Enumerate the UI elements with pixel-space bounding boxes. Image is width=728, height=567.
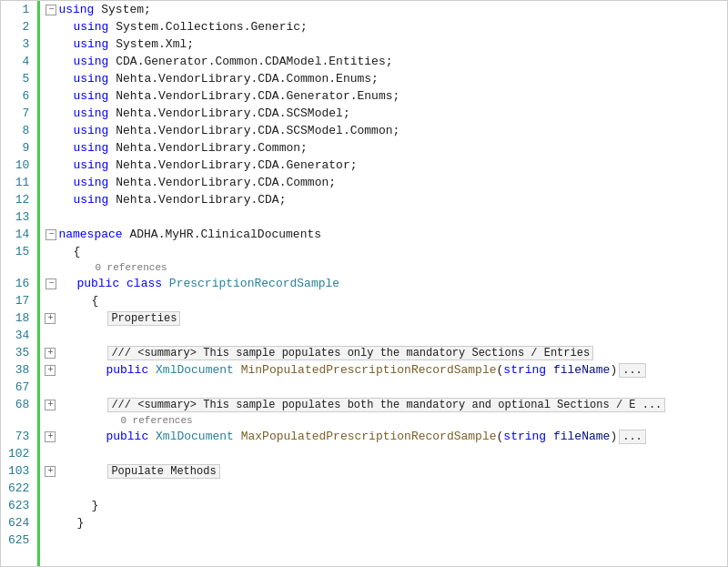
- expand-btn-38[interactable]: +: [45, 365, 56, 376]
- keyword-public-38: public: [106, 361, 148, 379]
- code-line-68: + /// <summary> This sample populates bo…: [40, 396, 727, 413]
- namespace-4: CDA.Generator.Common.CDAModel.Entities;: [116, 53, 392, 70]
- collapse-btn-1[interactable]: −: [46, 5, 56, 15]
- code-line-11: using Nehta.VendorLibrary.CDA.Common;: [40, 174, 727, 191]
- code-content: − using System; using System.Collections…: [40, 1, 727, 566]
- keyword-using-1: using: [58, 1, 94, 18]
- collapse-gutter-14[interactable]: −: [44, 229, 58, 240]
- code-line-622: [40, 480, 727, 497]
- collapsed-comment-2[interactable]: /// <summary> This sample populates both…: [107, 398, 665, 412]
- expand-btn-73[interactable]: +: [45, 431, 56, 442]
- collapsed-method-max[interactable]: ...: [619, 430, 646, 444]
- line-numbers: 1 2 3 4 5 6 7 8 9 10 11 12 13 14 15 16 1…: [1, 1, 37, 566]
- collapse-gutter-35[interactable]: +: [44, 348, 58, 359]
- method-max: MaxPopulatedPrescriptionRecordSample: [241, 428, 497, 445]
- collapse-gutter-103[interactable]: +: [44, 466, 58, 477]
- keyword-using-6: using: [73, 87, 108, 105]
- code-line-34: [40, 327, 727, 344]
- collapse-btn-16[interactable]: −: [46, 278, 56, 289]
- code-line-625: [40, 532, 727, 549]
- code-line-17: {: [40, 292, 727, 309]
- code-line-10: using Nehta.VendorLibrary.CDA.Generator;: [40, 157, 727, 174]
- expand-btn-103[interactable]: +: [45, 466, 56, 477]
- namespace-2: System.Collections.Generic;: [116, 18, 308, 35]
- code-line-6: using Nehta.VendorLibrary.CDA.Generator.…: [40, 87, 727, 105]
- param-filename-73: fileName: [553, 428, 610, 445]
- indent-623: }: [58, 497, 98, 514]
- collapse-gutter-18[interactable]: +: [44, 313, 58, 324]
- code-line-624: }: [40, 514, 727, 532]
- namespace-name: ADHA.MyHR.ClinicalDocuments: [129, 226, 321, 243]
- method-min: MinPopulatedPrescriptionRecordSample: [241, 361, 497, 379]
- namespace-9: Nehta.VendorLibrary.Common;: [116, 139, 308, 157]
- namespace-7: Nehta.VendorLibrary.CDA.SCSModel;: [116, 105, 349, 122]
- expand-btn-68[interactable]: +: [45, 400, 56, 410]
- code-line-2: using System.Collections.Generic;: [40, 18, 727, 35]
- ref-hint-class: 0 references: [40, 260, 727, 275]
- collapse-gutter-68[interactable]: +: [44, 400, 58, 410]
- type-xmldoc-73: XmlDocument: [156, 428, 234, 445]
- namespace-1: System;: [101, 1, 151, 18]
- collapsed-method-min[interactable]: ...: [619, 363, 646, 378]
- code-line-9: using Nehta.VendorLibrary.Common;: [40, 139, 727, 157]
- code-line-35: + /// <summary> This sample populates on…: [40, 344, 727, 361]
- ref-hint-method2: 0 references: [40, 413, 727, 428]
- code-editor: 1 2 3 4 5 6 7 8 9 10 11 12 13 14 15 16 1…: [0, 0, 728, 567]
- classname-prescription: PrescriptionRecordSample: [169, 275, 339, 292]
- expand-btn-35[interactable]: +: [45, 348, 56, 359]
- code-line-4: using CDA.Generator.Common.CDAModel.Enti…: [40, 53, 727, 70]
- keyword-using-8: using: [73, 122, 108, 139]
- code-line-7: using Nehta.VendorLibrary.CDA.SCSModel;: [40, 105, 727, 122]
- code-line-3: using System.Xml;: [40, 35, 727, 53]
- collapse-gutter-38[interactable]: +: [44, 365, 58, 376]
- type-xmldoc-38: XmlDocument: [156, 361, 234, 379]
- namespace-3: System.Xml;: [116, 35, 194, 53]
- keyword-using-7: using: [73, 105, 108, 122]
- code-line-13: [40, 208, 727, 226]
- keyword-using-5: using: [73, 70, 108, 87]
- keyword-using-2: using: [73, 18, 108, 35]
- keyword-using-11: using: [73, 174, 108, 191]
- namespace-10: Nehta.VendorLibrary.CDA.Generator;: [116, 157, 357, 174]
- collapsed-populate[interactable]: Populate Methods: [107, 464, 219, 479]
- collapse-gutter-73[interactable]: +: [44, 431, 58, 442]
- ref-hint-text-2: 0 references: [58, 413, 192, 428]
- code-line-12: using Nehta.VendorLibrary.CDA;: [40, 191, 727, 208]
- keyword-using-10: using: [73, 157, 108, 174]
- code-line-38: + public XmlDocument MinPopulatedPrescri…: [40, 361, 727, 379]
- indent-17: {: [58, 292, 98, 309]
- collapsed-comment-1[interactable]: /// <summary> This sample populates only…: [107, 346, 593, 360]
- code-area: 1 2 3 4 5 6 7 8 9 10 11 12 13 14 15 16 1…: [1, 1, 727, 566]
- keyword-using-12: using: [73, 191, 108, 208]
- keyword-public-16: public: [76, 275, 119, 292]
- namespace-5: Nehta.VendorLibrary.CDA.Common.Enums;: [116, 70, 379, 87]
- keyword-class: class: [126, 275, 162, 292]
- ref-hint-text: 0 references: [58, 260, 167, 275]
- code-line-102: [40, 445, 727, 462]
- code-line-18: + Properties: [40, 309, 727, 327]
- namespace-12: Nehta.VendorLibrary.CDA;: [116, 191, 286, 208]
- expand-btn-18[interactable]: +: [45, 313, 56, 324]
- keyword-public-73: public: [106, 428, 148, 445]
- code-line-14: − namespace ADHA.MyHR.ClinicalDocuments: [40, 226, 727, 243]
- keyword-using-3: using: [73, 35, 108, 53]
- param-filename-38: fileName: [553, 361, 610, 379]
- code-line-15: {: [40, 243, 727, 260]
- collapse-gutter-1[interactable]: −: [44, 5, 58, 15]
- collapsed-properties[interactable]: Properties: [107, 311, 180, 326]
- code-line-16: − public class PrescriptionRecordSample: [40, 275, 727, 292]
- collapse-btn-14[interactable]: −: [46, 229, 56, 240]
- keyword-using-4: using: [73, 53, 108, 70]
- indent-624: }: [58, 514, 84, 532]
- code-line-67: [40, 379, 727, 396]
- keyword-namespace: namespace: [58, 226, 122, 243]
- namespace-8: Nehta.VendorLibrary.CDA.SCSModel.Common;: [116, 122, 399, 139]
- code-line-5: using Nehta.VendorLibrary.CDA.Common.Enu…: [40, 70, 727, 87]
- indent-15: {: [58, 243, 80, 260]
- collapse-gutter-16[interactable]: −: [44, 278, 58, 289]
- keyword-using-9: using: [73, 139, 108, 157]
- namespace-11: Nehta.VendorLibrary.CDA.Common;: [116, 174, 336, 191]
- code-line-623: }: [40, 497, 727, 514]
- code-line-103: + Populate Methods: [40, 462, 727, 480]
- namespace-6: Nehta.VendorLibrary.CDA.Generator.Enums;: [116, 87, 399, 105]
